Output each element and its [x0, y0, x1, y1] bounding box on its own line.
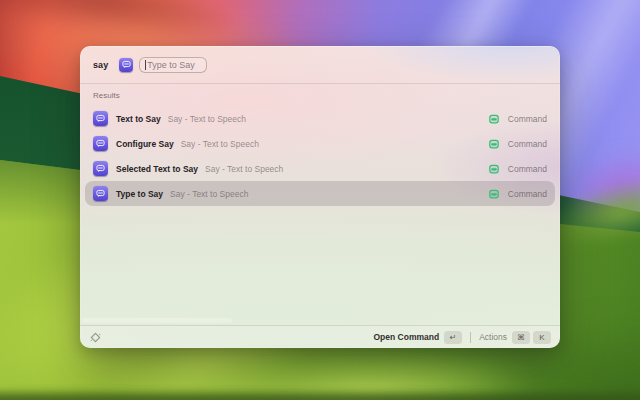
open-command-label: Open Command — [373, 332, 439, 342]
footer-divider — [470, 332, 471, 343]
result-accessory-label: Command — [508, 114, 547, 124]
raycast-logo-icon — [89, 331, 102, 344]
search-bar[interactable]: say Type to Say — [80, 46, 560, 84]
result-title: Text to Say — [116, 114, 161, 124]
open-command-button[interactable]: Open Command ↵ — [373, 331, 462, 344]
result-title: Configure Say — [116, 139, 174, 149]
result-row[interactable]: Selected Text to Say Say - Text to Speec… — [85, 156, 555, 181]
speech-bubble-app-icon — [93, 111, 108, 126]
result-subtitle: Say - Text to Speech — [181, 139, 259, 149]
desktop: say Type to Say Results — [0, 0, 640, 400]
cmd-keycap: ⌘ — [512, 331, 530, 344]
footer-bar: Open Command ↵ Actions ⌘ K — [80, 325, 560, 348]
result-accessory: Command — [488, 163, 547, 175]
result-accessory: Command — [488, 113, 547, 125]
result-title: Type to Say — [116, 189, 163, 199]
result-row[interactable]: Configure Say Say - Text to Speech Comma… — [85, 131, 555, 156]
results-section-label: Results — [80, 84, 560, 104]
result-subtitle: Say - Text to Speech — [170, 189, 248, 199]
argument-placeholder: Type to Say — [147, 60, 195, 70]
command-terminal-icon — [488, 163, 500, 175]
result-subtitle: Say - Text to Speech — [205, 164, 283, 174]
argument-field[interactable]: Type to Say — [139, 57, 207, 73]
result-subtitle: Say - Text to Speech — [168, 114, 246, 124]
result-title: Selected Text to Say — [116, 164, 198, 174]
results-list: Text to Say Say - Text to Speech Command — [80, 104, 560, 206]
actions-button[interactable]: Actions ⌘ K — [479, 331, 551, 344]
actions-label: Actions — [479, 332, 507, 342]
command-terminal-icon — [488, 188, 500, 200]
raycast-window: say Type to Say Results — [80, 46, 560, 348]
text-caret — [145, 60, 146, 70]
speech-bubble-app-icon — [93, 186, 108, 201]
result-accessory: Command — [488, 138, 547, 150]
result-accessory-label: Command — [508, 189, 547, 199]
search-query-text[interactable]: say — [93, 60, 108, 70]
result-accessory-label: Command — [508, 139, 547, 149]
command-terminal-icon — [488, 113, 500, 125]
speech-bubble-app-icon — [93, 161, 108, 176]
k-keycap: K — [533, 331, 551, 344]
return-keycap: ↵ — [444, 331, 462, 344]
result-accessory-label: Command — [508, 164, 547, 174]
scroll-hint — [82, 318, 232, 323]
result-accessory: Command — [488, 188, 547, 200]
command-terminal-icon — [488, 138, 500, 150]
speech-bubble-app-icon — [93, 136, 108, 151]
result-row[interactable]: Type to Say Say - Text to Speech Command — [85, 181, 555, 206]
result-row[interactable]: Text to Say Say - Text to Speech Command — [85, 106, 555, 131]
speech-bubble-app-icon — [119, 58, 133, 72]
